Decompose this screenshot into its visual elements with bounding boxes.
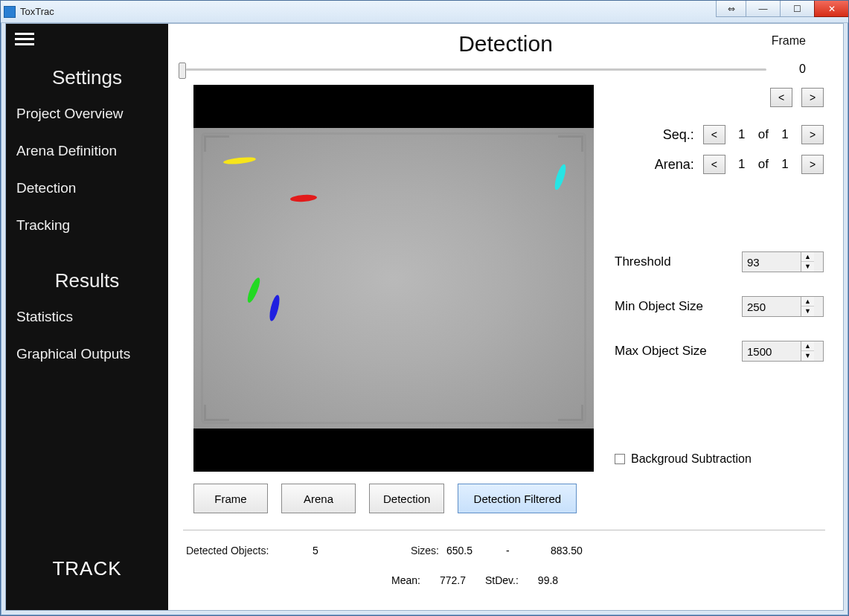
sizes-min: 650.5 bbox=[446, 545, 506, 556]
close-button[interactable]: ✕ bbox=[814, 1, 848, 17]
arena-of: of bbox=[758, 157, 769, 172]
frame-value: 0 bbox=[799, 62, 806, 76]
arena-nav: Arena: < 1 of 1 > bbox=[653, 155, 824, 174]
spin-down-icon[interactable]: ▼ bbox=[801, 351, 814, 361]
corner-marker bbox=[204, 405, 229, 421]
stdev-value: 99.8 bbox=[538, 574, 558, 586]
min-size-input[interactable] bbox=[743, 301, 801, 313]
sidebar-header-settings: Settings bbox=[6, 54, 168, 95]
divider bbox=[183, 530, 825, 530]
seq-nav: Seq.: < 1 of 1 > bbox=[653, 125, 824, 144]
seq-prev-button[interactable]: < bbox=[703, 125, 725, 144]
seq-label: Seq.: bbox=[653, 127, 694, 143]
arena-label: Arena: bbox=[653, 157, 694, 173]
arena-image bbox=[193, 128, 594, 429]
sizes-label: Sizes: bbox=[357, 545, 446, 556]
sidebar-item-project-overview[interactable]: Project Overview bbox=[6, 95, 168, 132]
tab-detection-filtered[interactable]: Detection Filtered bbox=[458, 484, 577, 513]
threshold-stepper[interactable]: ▲▼ bbox=[742, 251, 824, 272]
app-window: ToxTrac ⇔ — ☐ ✕ Settings Project Overvie… bbox=[0, 0, 849, 616]
client-area: Settings Project Overview Arena Definiti… bbox=[5, 23, 844, 611]
stats-row-2: Mean: 772.7 StDev.: 99.8 bbox=[391, 574, 558, 586]
tab-frame[interactable]: Frame bbox=[193, 484, 268, 513]
min-size-stepper[interactable]: ▲▼ bbox=[742, 296, 824, 317]
spin-down-icon[interactable]: ▼ bbox=[801, 307, 814, 316]
frame-slider[interactable] bbox=[179, 62, 766, 79]
stats-row: Detected Objects: 5 Sizes: 650.5 - 883.5… bbox=[186, 545, 825, 556]
sidebar-header-results: Results bbox=[6, 244, 168, 298]
sidebar-item-detection[interactable]: Detection bbox=[6, 170, 168, 207]
seq-next-button[interactable]: > bbox=[801, 125, 824, 144]
tab-arena[interactable]: Arena bbox=[281, 484, 356, 513]
sidebar-item-tracking[interactable]: Tracking bbox=[6, 207, 168, 244]
sidebar-item-graphical-outputs[interactable]: Graphical Outputs bbox=[6, 336, 168, 373]
corner-marker bbox=[558, 405, 583, 421]
sizes-dash: - bbox=[506, 545, 551, 556]
spin-up-icon[interactable]: ▲ bbox=[801, 252, 814, 262]
bg-subtraction-row[interactable]: Backgroud Subtraction bbox=[615, 452, 752, 466]
window-controls: ⇔ — ☐ ✕ bbox=[716, 1, 848, 17]
frame-label: Frame bbox=[772, 34, 806, 48]
seq-total: 1 bbox=[778, 127, 792, 142]
sizes-max: 883.50 bbox=[551, 545, 595, 556]
video-viewer bbox=[193, 85, 594, 472]
corner-marker bbox=[204, 135, 229, 152]
sidebar-item-statistics[interactable]: Statistics bbox=[6, 298, 168, 336]
mean-label: Mean: bbox=[391, 574, 420, 586]
sidebar-item-arena-definition[interactable]: Arena Definition bbox=[6, 132, 168, 170]
page-title: Detection bbox=[168, 31, 843, 57]
max-size-stepper[interactable]: ▲▼ bbox=[742, 341, 824, 362]
max-size-label: Max Object Size bbox=[615, 344, 742, 359]
arena-next-button[interactable]: > bbox=[801, 155, 824, 174]
maximize-button[interactable]: ☐ bbox=[780, 1, 814, 17]
sidebar: Settings Project Overview Arena Definiti… bbox=[6, 24, 168, 610]
view-tabs: Frame Arena Detection Detection Filtered bbox=[193, 484, 577, 513]
arena-prev-button[interactable]: < bbox=[703, 155, 725, 174]
frame-prev-button[interactable]: < bbox=[770, 88, 792, 107]
arena-total: 1 bbox=[778, 157, 792, 172]
seq-of: of bbox=[758, 127, 769, 142]
min-size-label: Min Object Size bbox=[615, 299, 742, 314]
detected-objects-label: Detected Objects: bbox=[186, 545, 313, 556]
spin-down-icon[interactable]: ▼ bbox=[801, 262, 814, 272]
restore-alt-button[interactable]: ⇔ bbox=[716, 1, 746, 17]
mean-value: 772.7 bbox=[440, 574, 466, 586]
bg-subtraction-label: Backgroud Subtraction bbox=[631, 452, 752, 466]
slider-thumb[interactable] bbox=[179, 62, 186, 79]
threshold-input[interactable] bbox=[743, 256, 801, 269]
corner-marker bbox=[558, 135, 583, 152]
spin-up-icon[interactable]: ▲ bbox=[801, 297, 814, 307]
minimize-button[interactable]: — bbox=[746, 1, 780, 17]
seq-current: 1 bbox=[734, 127, 749, 142]
app-title: ToxTrac bbox=[20, 6, 54, 17]
arena-current: 1 bbox=[734, 157, 749, 172]
tab-detection[interactable]: Detection bbox=[369, 484, 444, 513]
frame-next-button[interactable]: > bbox=[801, 88, 824, 107]
titlebar[interactable]: ToxTrac ⇔ — ☐ ✕ bbox=[1, 1, 848, 23]
threshold-label: Threshold bbox=[615, 254, 742, 269]
stdev-label: StDev.: bbox=[485, 574, 519, 586]
frame-nav: < > bbox=[770, 88, 824, 107]
detected-objects-value: 5 bbox=[313, 545, 357, 556]
app-icon bbox=[4, 6, 16, 18]
spin-up-icon[interactable]: ▲ bbox=[801, 341, 814, 351]
bg-subtraction-checkbox[interactable] bbox=[615, 454, 625, 464]
slider-track bbox=[186, 68, 766, 71]
menu-icon[interactable] bbox=[6, 24, 168, 54]
max-size-input[interactable] bbox=[743, 345, 801, 358]
detection-params: Threshold ▲▼ Min Object Size ▲▼ Max Obje… bbox=[615, 251, 824, 385]
main-panel: Detection Frame 0 < > Seq.: < 1 of 1 > A… bbox=[168, 24, 843, 610]
track-button[interactable]: TRACK bbox=[6, 536, 168, 610]
